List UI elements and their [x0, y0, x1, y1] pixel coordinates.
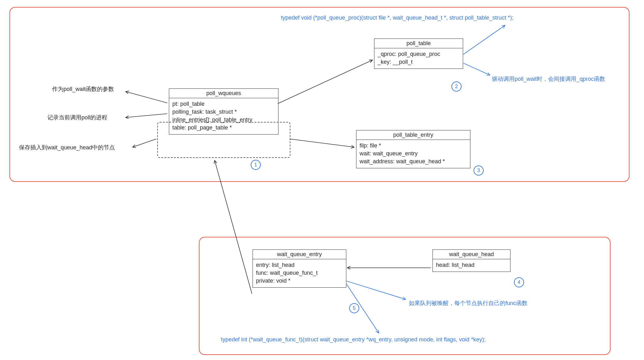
entity-poll-table: poll_table _qproc: poll_queue_proc _key:…: [374, 39, 463, 69]
note-qproc-call: 驱动调用poll_wait时，会间接调用_qproc函数: [492, 75, 605, 83]
field: entry: list_head: [256, 261, 343, 269]
entity-title: poll_table_entry: [356, 130, 470, 140]
note-arg-pollwait: 作为poll_wait函数的参数: [52, 85, 114, 93]
field: wait: wait_queue_entry: [360, 150, 467, 158]
badge-label: 3: [477, 168, 480, 173]
dashed-group-inline-entries: [157, 122, 290, 158]
badge-5: 5: [349, 303, 359, 313]
field: filp: file *: [360, 142, 467, 150]
entity-body: filp: file * wait: wait_queue_entry wait…: [356, 140, 470, 168]
field: head: list_head: [436, 261, 507, 269]
badge-2: 2: [451, 81, 462, 92]
note-typedef-wqfunc: typedef int (*wait_queue_func_t)(struct …: [221, 336, 486, 343]
entity-title: poll_table: [374, 39, 463, 48]
badge-label: 1: [254, 162, 257, 168]
entity-poll-table-entry: poll_table_entry filp: file * wait: wait…: [356, 130, 470, 168]
entity-body: head: list_head: [433, 259, 510, 272]
entity-body: entry: list_head func: wait_queue_func_t…: [253, 259, 346, 287]
badge-3: 3: [474, 165, 484, 176]
badge-label: 5: [353, 305, 356, 311]
badge-1: 1: [251, 160, 261, 170]
note-save-node: 保存插入到wait_queue_head中的节点: [19, 144, 115, 151]
entity-title: wait_queue_entry: [253, 250, 346, 259]
diagram-stage: { "panels": { "top": true, "bottom": tru…: [0, 0, 644, 360]
panel-top: [9, 7, 629, 182]
field: polling_task: task_struct *: [172, 108, 275, 116]
field: _qproc: poll_queue_proc: [378, 50, 460, 58]
entity-title: poll_wqueues: [169, 89, 278, 98]
entity-title: wait_queue_head: [433, 250, 510, 259]
field: wait_address: wait_queue_head *: [360, 158, 467, 165]
badge-4: 4: [514, 277, 524, 287]
entity-wait-queue-entry: wait_queue_entry entry: list_head func: …: [253, 249, 346, 288]
field: func: wait_queue_func_t: [256, 269, 343, 277]
entity-wait-queue-head: wait_queue_head head: list_head: [432, 249, 510, 272]
field: pt: poll_table: [172, 100, 275, 108]
entity-body: _qproc: poll_queue_proc _key: __poll_t: [374, 48, 463, 69]
note-record-proc: 记录当前调用poll的进程: [47, 114, 107, 121]
badge-label: 4: [518, 279, 521, 285]
badge-label: 2: [455, 84, 458, 89]
note-func-exec: 如果队列被唤醒，每个节点执行自己的func函数: [409, 299, 528, 307]
field: private: void *: [256, 277, 343, 285]
note-typedef-proc: typedef void (*poll_queue_proc)(struct f…: [281, 15, 513, 21]
field: _key: __poll_t: [378, 58, 460, 66]
